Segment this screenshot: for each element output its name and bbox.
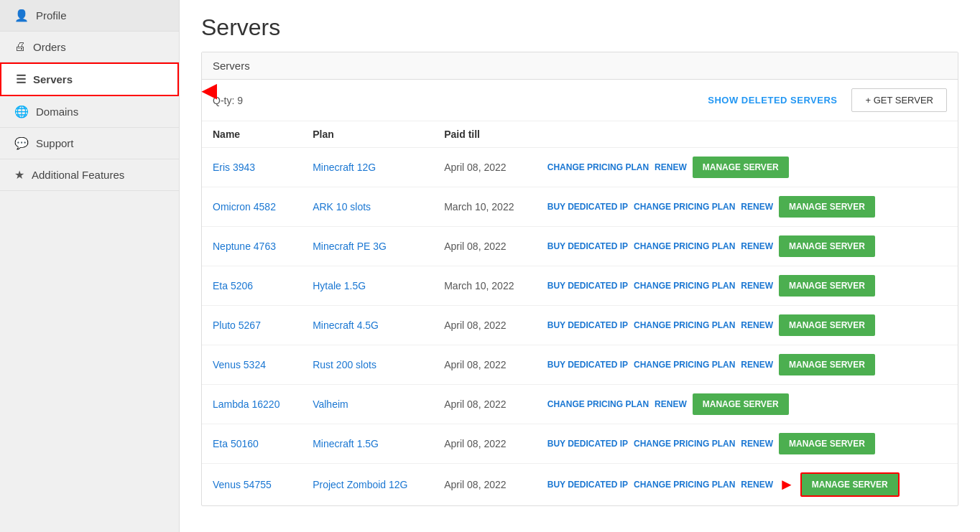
paid-till-cell: April 08, 2022 [433,424,537,464]
table-row: Venus 54755Project Zomboid 12GApril 08, … [202,464,958,506]
manage-server-button[interactable]: MANAGE SERVER [779,433,875,454]
renew-link[interactable]: RENEW [741,320,773,330]
sidebar-item-profile[interactable]: 👤Profile [0,0,179,32]
col-name: Name [202,121,302,148]
manage-server-button[interactable]: MANAGE SERVER [779,354,875,375]
change-pricing-plan-link[interactable]: CHANGE PRICING PLAN [634,241,735,251]
table-row: Eta 50160Minecraft 1.5GApril 08, 2022BUY… [202,424,958,464]
plan-link[interactable]: Minecraft 1.5G [313,438,379,449]
sidebar-item-orders[interactable]: 🖨Orders [0,32,179,62]
show-deleted-button[interactable]: SHOW DELETED SERVERS [708,95,837,106]
plan-link[interactable]: Valheim [313,398,348,410]
sidebar-item-label: Servers [33,73,73,85]
panel-header: Servers [202,52,958,80]
renew-link[interactable]: RENEW [655,399,687,409]
col-actions [537,121,958,148]
manage-server-button[interactable]: MANAGE SERVER [779,275,875,297]
manage-server-button[interactable]: MANAGE SERVER [779,314,875,336]
action-cell: BUY DEDICATED IPCHANGE PRICING PLANRENEW… [547,235,947,257]
sidebar-item-servers[interactable]: ☰Servers◀ [0,62,179,96]
sidebar: 👤Profile🖨Orders☰Servers◀🌐Domains💬Support… [0,0,180,532]
col-paid-till: Paid till [433,121,537,148]
buy-dedicated-ip-link[interactable]: BUY DEDICATED IP [547,360,628,370]
server-name-link[interactable]: Eris 3943 [213,162,255,173]
plan-link[interactable]: Rust 200 slots [313,359,376,370]
buy-dedicated-ip-link[interactable]: BUY DEDICATED IP [547,241,628,251]
server-name-link[interactable]: Lambda 16220 [213,398,279,410]
manage-server-button[interactable]: MANAGE SERVER [779,196,875,218]
server-name-link[interactable]: Omicron 4582 [213,201,276,213]
change-pricing-plan-link[interactable]: CHANGE PRICING PLAN [547,399,649,409]
action-cell: BUY DEDICATED IPCHANGE PRICING PLANRENEW… [547,196,947,218]
paid-till-cell: April 08, 2022 [433,148,537,187]
renew-link[interactable]: RENEW [741,241,773,251]
sidebar-item-label: Profile [36,9,67,22]
server-name-link[interactable]: Pluto 5267 [213,319,261,331]
server-name-link[interactable]: Eta 50160 [213,438,259,449]
page-title: Servers [201,14,958,41]
change-pricing-plan-link[interactable]: CHANGE PRICING PLAN [634,202,735,212]
sidebar-item-label: Domains [36,106,78,118]
change-pricing-plan-link[interactable]: CHANGE PRICING PLAN [634,439,735,449]
paid-till-cell: March 10, 2022 [433,266,537,306]
change-pricing-plan-link[interactable]: CHANGE PRICING PLAN [634,360,735,370]
action-cell: BUY DEDICATED IPCHANGE PRICING PLANRENEW… [547,433,947,454]
buy-dedicated-ip-link[interactable]: BUY DEDICATED IP [547,320,628,330]
action-cell: BUY DEDICATED IPCHANGE PRICING PLANRENEW… [547,275,947,297]
action-cell: BUY DEDICATED IPCHANGE PRICING PLANRENEW… [547,354,947,375]
server-name-link[interactable]: Eta 5206 [213,280,253,291]
action-cell: CHANGE PRICING PLANRENEWMANAGE SERVER [547,393,947,415]
support-icon: 💬 [14,136,29,150]
col-plan: Plan [302,121,433,148]
buy-dedicated-ip-link[interactable]: BUY DEDICATED IP [547,439,628,449]
table-row: Neptune 4763Minecraft PE 3GApril 08, 202… [202,227,958,266]
renew-link[interactable]: RENEW [655,162,687,172]
renew-link[interactable]: RENEW [741,480,773,490]
plan-link[interactable]: ARK 10 slots [313,201,371,213]
renew-link[interactable]: RENEW [741,360,773,370]
sidebar-item-label: Additional Features [32,169,124,181]
manage-server-button[interactable]: MANAGE SERVER [693,157,789,178]
server-name-link[interactable]: Neptune 4763 [213,241,276,252]
orders-icon: 🖨 [14,40,26,53]
plan-link[interactable]: Hytale 1.5G [313,280,366,291]
renew-link[interactable]: RENEW [741,439,773,449]
manage-server-button[interactable]: MANAGE SERVER [779,235,875,257]
plan-link[interactable]: Minecraft 12G [313,162,376,173]
plan-link[interactable]: Project Zomboid 12G [313,479,407,490]
change-pricing-plan-link[interactable]: CHANGE PRICING PLAN [634,281,735,291]
change-pricing-plan-link[interactable]: CHANGE PRICING PLAN [634,320,735,330]
manage-server-arrow: ► [779,475,795,494]
buy-dedicated-ip-link[interactable]: BUY DEDICATED IP [547,281,628,291]
plan-link[interactable]: Minecraft PE 3G [313,241,387,252]
sidebar-item-support[interactable]: 💬Support [0,128,179,159]
change-pricing-plan-link[interactable]: CHANGE PRICING PLAN [634,480,735,490]
get-server-button[interactable]: + GET SERVER [851,88,947,112]
buy-dedicated-ip-link[interactable]: BUY DEDICATED IP [547,202,628,212]
action-cell: BUY DEDICATED IPCHANGE PRICING PLANRENEW… [547,472,947,497]
plan-link[interactable]: Minecraft 4.5G [313,319,379,331]
panel-toolbar: Q-ty: 9 SHOW DELETED SERVERS + GET SERVE… [202,80,958,121]
paid-till-cell: April 08, 2022 [433,227,537,266]
buy-dedicated-ip-link[interactable]: BUY DEDICATED IP [547,480,628,490]
qty-text: Q-ty: 9 [213,95,693,106]
server-name-link[interactable]: Venus 5324 [213,359,266,370]
sidebar-item-additional-features[interactable]: ★Additional Features [0,159,179,191]
table-row: Venus 5324Rust 200 slotsApril 08, 2022BU… [202,345,958,385]
manage-server-button[interactable]: MANAGE SERVER [693,393,789,415]
domains-icon: 🌐 [14,105,29,118]
sidebar-item-label: Support [36,137,74,149]
manage-server-button[interactable]: MANAGE SERVER [800,472,900,497]
paid-till-cell: April 08, 2022 [433,306,537,345]
sidebar-item-domains[interactable]: 🌐Domains [0,96,179,128]
renew-link[interactable]: RENEW [741,202,773,212]
servers-icon: ☰ [16,73,26,86]
change-pricing-plan-link[interactable]: CHANGE PRICING PLAN [547,162,649,172]
paid-till-cell: April 08, 2022 [433,345,537,385]
table-row: Omicron 4582ARK 10 slotsMarch 10, 2022BU… [202,187,958,227]
server-name-link[interactable]: Venus 54755 [213,479,272,490]
sidebar-item-label: Orders [33,41,66,53]
action-cell: CHANGE PRICING PLANRENEWMANAGE SERVER [547,157,947,178]
table-row: Eta 5206Hytale 1.5GMarch 10, 2022BUY DED… [202,266,958,306]
renew-link[interactable]: RENEW [741,281,773,291]
